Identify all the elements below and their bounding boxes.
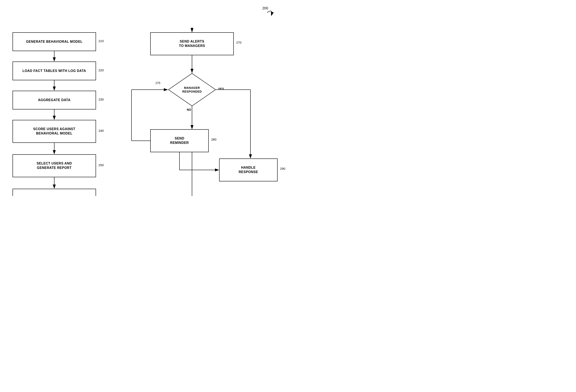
ref-230: 230	[98, 98, 104, 101]
diamond-svg	[168, 73, 216, 106]
ref-200: 200	[262, 6, 268, 10]
ref-290: 290	[280, 167, 285, 170]
box-210: GENERATE BEHAVIORAL MODEL	[13, 32, 96, 51]
svg-marker-19	[169, 73, 216, 106]
box-230: AGGREGATE DATA	[13, 91, 96, 109]
box-250: SELECT USERS AND GENERATE REPORT	[13, 154, 96, 177]
ref-275: 275	[155, 81, 160, 85]
no-label: NO	[187, 108, 191, 111]
box-220: LOAD FACT TABLES WITH LOG DATA	[13, 61, 96, 80]
diagram-container: 200 GENERATE BEHAVIORAL MODEL 210 LOAD F…	[0, 0, 288, 196]
box-280: SEND REMINDER	[150, 129, 209, 152]
diamond-275: MANAGER RESPONDED	[168, 73, 216, 106]
box-270: SEND ALERTS TO MANAGERS	[150, 32, 234, 55]
ref-270: 270	[236, 41, 241, 44]
ref-220: 220	[98, 68, 104, 72]
box-290: HANDLE RESPONSE	[219, 158, 278, 182]
yes-label: YES	[218, 87, 224, 90]
ref-260: 260	[98, 196, 104, 196]
box-240: SCORE USERS AGAINST BEHAVIORAL MODEL	[13, 120, 96, 143]
box-260: GENERATE E-MAIL ALERTS	[13, 189, 96, 196]
ref-250: 250	[98, 163, 104, 167]
ref-240: 240	[98, 129, 104, 132]
ref-280: 280	[211, 138, 216, 141]
ref-210: 210	[98, 39, 104, 43]
